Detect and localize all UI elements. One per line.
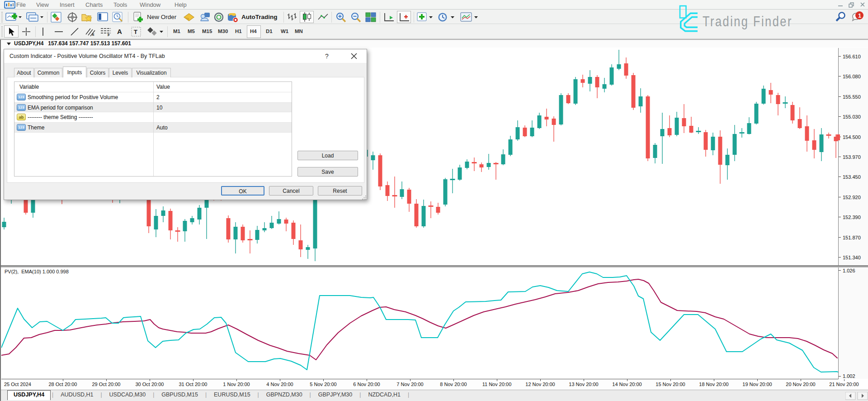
svg-text:E: E xyxy=(92,33,94,36)
svg-text:T: T xyxy=(134,29,137,35)
svg-text:1: 1 xyxy=(858,12,861,19)
svg-text:F: F xyxy=(108,33,110,36)
